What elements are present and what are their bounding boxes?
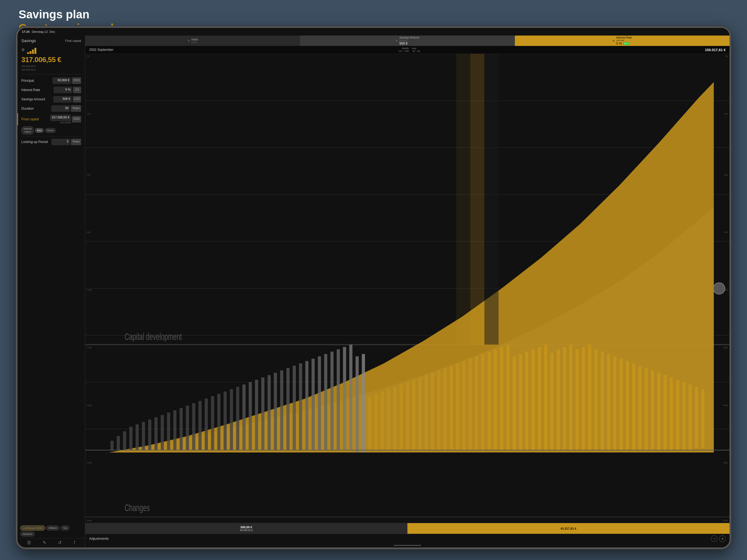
duration-unit[interactable]: Years <box>71 105 81 112</box>
chart-date: 2032 September <box>89 48 113 52</box>
locking-period-unit[interactable]: Years <box>71 138 81 145</box>
interest-rate-unit[interactable]: 1/1 <box>73 87 81 93</box>
edit-icon-tab1: ✎ <box>187 40 190 42</box>
ipad-frame: 17:24 Dienstag 12. Dez. Savings Final ca… <box>16 26 374 280</box>
final-capital-unit[interactable]: 2042 <box>72 116 81 123</box>
mini-bar-3 <box>32 50 34 54</box>
app-container: Savings Final capital ⚙ 317.006,55 € 165… <box>18 35 374 280</box>
less-btn[interactable]: less <box>35 128 44 133</box>
mini-bar-4 <box>34 48 36 54</box>
sub-values: 165.006,55 € 102.000,00 € <box>18 65 85 74</box>
principal-value[interactable]: 50.000 € <box>52 77 71 84</box>
mini-bar-2 <box>29 51 31 54</box>
savings-label: Savings <box>21 38 36 43</box>
sub-value-2: 102.000,00 € <box>21 68 81 72</box>
mini-chart-area: ⚙ <box>18 45 85 55</box>
right-panel: ✎ Initial setup ✎ Savings Amount Monthly… <box>85 35 374 280</box>
buttons-row: Interest collect less Reset <box>18 125 85 136</box>
final-capital-header-label: Final capital <box>65 39 81 42</box>
page-title-white: Savings plan <box>19 8 133 21</box>
savings-amount-value[interactable]: 500 € <box>53 96 72 103</box>
form-section: Principal 50.000 € 2023 Interest Rate 5 … <box>18 75 85 280</box>
final-capital-value[interactable]: 317.006,55 € <box>50 114 71 121</box>
main-value: 317.006,55 € <box>18 55 85 65</box>
chart-info-bar: 2032 September Month Year 117 - 240 10 -… <box>85 46 374 54</box>
main-chart-area: 300k 250k 200k 150k 100k 50k 15k 10k 5k … <box>85 54 374 280</box>
savings-amount-label: Savings Amount <box>21 97 53 101</box>
principal-row: Principal 50.000 € 2023 <box>18 76 85 85</box>
chart-header-tabs: ✎ Initial setup ✎ Savings Amount Monthly… <box>85 35 374 46</box>
tab1-label: Initial <box>191 38 198 41</box>
principal-unit[interactable]: 2023 <box>72 77 81 84</box>
chart-tab-savings[interactable]: ✎ Savings Amount Monthly 500 € <box>300 35 374 46</box>
interest-rate-row: Interest Rate 5 % 1/1 <box>18 85 85 95</box>
sub-value-1: 165.006,55 € <box>21 65 81 68</box>
svg-marker-10 <box>109 82 374 280</box>
interest-rate-value[interactable]: 5 % <box>54 87 72 93</box>
interest-rate-label: Interest Rate <box>21 88 54 92</box>
final-capital-sub: calculated <box>60 121 71 124</box>
chart-svg: Capital development Changes <box>85 54 374 280</box>
status-bar: 17:24 Dienstag 12. Dez. <box>18 28 374 35</box>
divider-2 <box>21 136 81 136</box>
duration-label: Duration <box>21 107 51 110</box>
locking-period-row: Locking-up Period 3 Years <box>18 137 85 147</box>
status-date: Dienstag 12. Dez. <box>32 30 55 33</box>
chart-tab-initial[interactable]: ✎ Initial setup <box>85 35 300 46</box>
locking-period-value[interactable]: 3 <box>51 138 70 145</box>
mini-bar-chart <box>27 46 37 54</box>
locking-period-label: Locking-up Period <box>21 140 51 144</box>
divider-1 <box>21 74 81 74</box>
principal-label: Principal <box>21 79 52 82</box>
left-panel: Savings Final capital ⚙ 317.006,55 € 165… <box>18 35 85 280</box>
status-time: 17:24 <box>22 30 29 33</box>
duration-row: Duration 20 Years <box>18 104 85 113</box>
sliders-icon[interactable]: ⚙ <box>21 48 25 52</box>
interest-collect-btn[interactable]: Interest collect <box>21 126 34 134</box>
y-axis-left: 300k 250k 200k 150k 100k 50k 15k 10k 5k <box>87 54 92 280</box>
svg-marker-9 <box>109 206 374 280</box>
savings-amount-row: Savings Amount 500 € 1/12 <box>18 95 85 104</box>
final-capital-row: Final capital 317.006,55 € calculated 20… <box>18 113 85 125</box>
left-panel-header: Savings Final capital <box>18 35 85 45</box>
tab1-sublabel: setup <box>191 41 198 44</box>
reset-btn[interactable]: Reset <box>45 128 56 133</box>
duration-value[interactable]: 20 <box>51 105 70 112</box>
mini-bar-1 <box>27 52 29 54</box>
final-capital-label: Final capital <box>21 117 50 121</box>
savings-amount-unit[interactable]: 1/12 <box>73 96 81 103</box>
